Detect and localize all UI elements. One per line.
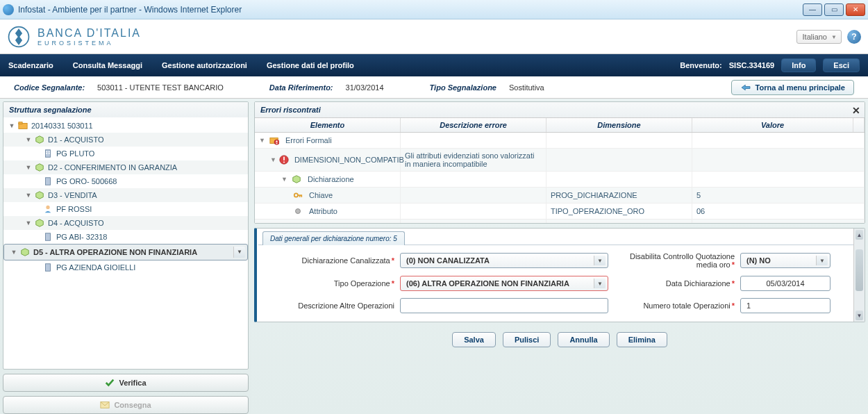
descr-altre-input[interactable] [400, 298, 608, 313]
tree-leaf-d3[interactable]: PF ROSSI [3, 202, 248, 216]
nav-gestione-dati-profilo[interactable]: Gestione dati del profilo [267, 61, 354, 69]
cube-icon [34, 190, 45, 200]
tree-panel-title: Struttura segnalazione [3, 102, 248, 117]
tipo-segnalazione-label: Tipo Segnalazione [430, 83, 496, 92]
main-navbar: Scadenzario Consulta Messaggi Gestione a… [0, 54, 868, 76]
window-close-button[interactable]: ✕ [846, 3, 865, 16]
tree-node-d4[interactable]: ▼D4 - ACQUISTO [3, 216, 248, 230]
tree-node-d2[interactable]: ▼D2 - CONFERIMENTO IN GARANZIA [3, 160, 248, 174]
num-op-label: Numero totale Operazioni* [608, 301, 740, 310]
scroll-thumb[interactable] [856, 249, 863, 291]
building-icon [42, 232, 53, 242]
tree-root[interactable]: ▼20140331 503011 [3, 119, 248, 133]
tipo-op-select[interactable]: (06) ALTRA OPERAZIONE NON FINANZIARIA [400, 276, 608, 291]
error-row[interactable]: ▼Errori Formali [255, 133, 865, 149]
svg-rect-19 [283, 162, 285, 163]
salva-button[interactable]: Salva [452, 332, 496, 347]
structure-tree: ▼20140331 503011 ▼D1 - ACQUISTO PG PLUTO… [3, 117, 248, 276]
cube-icon [34, 135, 45, 144]
cube-icon [34, 163, 45, 172]
welcome-label: Benvenuto: [680, 61, 722, 69]
dich-canal-label: Dichiarazione Canalizzata* [261, 256, 400, 265]
eurosystem-label: EUROSISTEMA [37, 40, 141, 47]
building-icon [42, 176, 53, 186]
tree-leaf-d1[interactable]: PG PLUTO [3, 147, 248, 160]
svg-rect-15 [276, 140, 278, 142]
disabilita-select[interactable]: (N) NO [740, 253, 831, 268]
tipo-segnalazione-value: Sostitutiva [509, 83, 544, 92]
arrow-left-icon [740, 83, 751, 92]
error-row[interactable]: ▼Dichiarazione [255, 172, 865, 188]
col-descrizione: Descrizione errore [401, 118, 546, 132]
deliver-button[interactable]: Consegna [3, 396, 249, 414]
welcome-user: SISC.334169 [729, 61, 774, 69]
window-minimize-button[interactable]: — [803, 3, 822, 16]
back-to-main-button[interactable]: Torna al menu principale [731, 80, 854, 95]
bank-name: BANCA D'ITALIA [37, 27, 141, 40]
nav-consulta-messaggi[interactable]: Consulta Messaggi [73, 61, 142, 69]
form-scrollbar[interactable]: ▲ ▼ [853, 229, 865, 322]
tree-leaf-d4[interactable]: PG ABI- 32318 [3, 230, 248, 244]
error-grid-body: ▼Errori Formali▼DIMENSIONI_NON_COMPATIBG… [255, 133, 865, 223]
cube-icon [34, 218, 45, 228]
descr-altre-label: Descrizione Altre Operazioni [261, 301, 400, 310]
errors-panel: Errori riscontrati ✕ Elemento Descrizion… [254, 101, 865, 224]
tipo-op-label: Tipo Operazione* [261, 279, 400, 288]
data-riferimento-value: 31/03/2014 [346, 83, 384, 92]
error-grid-header: Elemento Descrizione errore Dimensione V… [255, 118, 865, 133]
error-row[interactable]: AttributoTIPO_OPERAZIONE_ORO06 [255, 204, 865, 220]
tree-leaf-d2[interactable]: PG ORO- 500668 [3, 174, 248, 188]
form-tab[interactable]: Dati generali per dichiarazione numero: … [262, 231, 405, 245]
svg-rect-16 [276, 143, 278, 144]
dot-icon [292, 206, 303, 216]
pulisci-button[interactable]: Pulisci [503, 332, 551, 347]
svg-point-9 [46, 206, 49, 209]
scroll-down-icon[interactable]: ▼ [856, 310, 863, 320]
verify-button[interactable]: Verifica [3, 374, 249, 392]
info-button[interactable]: Info [781, 58, 816, 72]
annulla-button[interactable]: Annulla [558, 332, 609, 347]
info-strip: Codice Segnalante: 503011 - UTENTE TEST … [0, 76, 868, 99]
window-maximize-button[interactable]: ▭ [824, 3, 844, 16]
error-row[interactable]: ▼DIMENSIONI_NON_COMPATIBGli attributi ev… [255, 149, 865, 172]
data-riferimento-label: Data Riferimento: [269, 83, 333, 92]
close-icon[interactable]: ✕ [852, 105, 860, 116]
dot-icon [292, 222, 303, 223]
tree-node-d1[interactable]: ▼D1 - ACQUISTO [3, 133, 248, 147]
cube-icon [291, 174, 302, 184]
help-icon[interactable]: ? [847, 30, 861, 44]
envelope-icon [100, 400, 110, 410]
language-selector[interactable]: Italiano [796, 30, 842, 44]
data-dich-input[interactable]: 05/03/2014 [740, 276, 831, 291]
svg-rect-10 [46, 233, 51, 241]
logo-bar: BANCA D'ITALIA EUROSISTEMA Italiano ? [0, 19, 868, 54]
svg-rect-11 [46, 264, 51, 272]
num-op-input[interactable]: 1 [740, 298, 831, 313]
col-dimensione: Dimensione [546, 118, 692, 132]
data-dich-label: Data Dichiarazione* [608, 279, 740, 288]
tree-node-d3[interactable]: ▼D3 - VENDITA [3, 188, 248, 202]
svg-rect-5 [49, 151, 50, 153]
person-icon [42, 204, 53, 214]
svg-point-21 [296, 209, 301, 214]
form-panel: Dati generali per dichiarazione numero: … [254, 228, 865, 322]
elimina-button[interactable]: Elimina [617, 332, 667, 347]
error-row[interactable]: AttributoDESCR_ALTRE_OPNA [255, 220, 865, 223]
key-icon [292, 190, 303, 200]
folder-err-icon [269, 135, 280, 145]
tree-node-d5[interactable]: ▼D5 - ALTRA OPERAZIONE NON FINANZIARIA [3, 244, 248, 260]
ie-icon [3, 4, 14, 15]
exit-button[interactable]: Esci [823, 58, 860, 72]
nav-scadenzario[interactable]: Scadenzario [8, 61, 53, 69]
form-button-row: Salva Pulisci Annulla Elimina [254, 326, 865, 349]
svg-rect-8 [46, 178, 51, 185]
scroll-up-icon[interactable]: ▲ [856, 230, 863, 240]
tree-leaf-d5[interactable]: PG AZIENDA GIOIELLI [3, 260, 248, 274]
svg-rect-4 [46, 151, 47, 153]
nav-gestione-autorizzazioni[interactable]: Gestione autorizzazioni [162, 61, 247, 69]
folder-icon [17, 121, 28, 131]
svg-rect-2 [19, 122, 22, 124]
dich-canal-select[interactable]: (0) NON CANALIZZATA [400, 253, 608, 268]
window-titlebar: Infostat - Ambiente per il partner - Win… [0, 0, 868, 19]
error-row[interactable]: ChiavePROG_DICHIARAZIONE5 [255, 188, 865, 204]
